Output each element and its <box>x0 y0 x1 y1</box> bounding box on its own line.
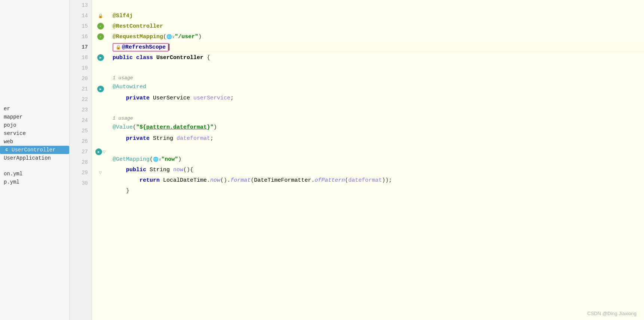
paren-open-16: ( <box>163 34 166 40</box>
sidebar-item-pyml-label: p.yml <box>4 179 19 185</box>
code-line-19 <box>113 63 644 73</box>
semi-21: ; <box>230 95 234 101</box>
code-line-28: return LocalDateTime.now().format(DateTi… <box>113 175 644 185</box>
sidebar-item-userapplication-label: UserApplication <box>4 155 51 161</box>
line-22: 22 <box>82 94 88 105</box>
icon-27: ▶ ▽ <box>92 147 109 157</box>
run-icon-16[interactable]: ✓ <box>97 33 104 40</box>
line-21: 21 <box>82 84 88 94</box>
token-public-27: public <box>126 167 146 173</box>
code-line-25 <box>113 144 644 154</box>
run-icon-27[interactable]: ▶ <box>95 148 102 155</box>
icon-24 <box>92 115 109 126</box>
token-class: class <box>136 55 153 61</box>
code-line-18: public class UserController { <box>113 52 644 63</box>
token-private-21: private <box>126 95 150 101</box>
token-dateformat-ref: dateformat <box>348 177 382 184</box>
paren-close-28: )); <box>382 177 392 184</box>
token-value-annotation: @Value <box>113 124 133 130</box>
run-icon-18[interactable]: ▶ <box>97 54 104 61</box>
icon-18: ▶ <box>92 52 109 63</box>
sidebar-item-service[interactable]: service <box>0 129 69 138</box>
sidebar-item-web-label: web <box>4 139 13 145</box>
parens-28: () <box>220 177 227 184</box>
icon-22 <box>92 94 109 105</box>
code-line-14: @Slf4j <box>113 10 644 21</box>
paren-close-16: ) <box>198 34 202 40</box>
code-line-17: 🔒 @RefreshScope <box>113 42 644 52</box>
sidebar-item-pojo-label: pojo <box>4 122 16 128</box>
paren-close-26: ) <box>178 156 181 163</box>
token-return: return <box>139 177 160 184</box>
globe-icon-16: 🌐 <box>166 34 172 40</box>
icon-25 <box>92 126 109 136</box>
token-now-method: now <box>173 167 183 173</box>
sidebar: er mapper pojo service web C UserControl… <box>0 0 70 320</box>
line-18: 18 <box>82 52 88 63</box>
code-row-20: @Autowired <box>113 81 146 92</box>
paren-open-28b: ( <box>345 177 348 184</box>
cursor-17 <box>169 44 169 50</box>
token-restcontroller: @RestController <box>113 23 163 30</box>
sidebar-item-usercontroller[interactable]: C UserController <box>0 146 69 154</box>
line-25: 25 <box>82 126 88 136</box>
token-ofpattern-call: ofPattern <box>315 177 345 184</box>
class-icon: C <box>4 147 10 153</box>
line-20: 20 <box>82 73 88 84</box>
paren-27: (){ <box>183 167 193 173</box>
code-line-30 <box>113 196 644 206</box>
paren-open-23: ( <box>133 124 136 130</box>
icon-28 <box>92 157 109 167</box>
code-line-21: private UserService userService; <box>113 93 644 103</box>
line-15: 15 <box>82 21 88 31</box>
token-autowired: @Autowired <box>113 84 146 90</box>
sidebar-item-pyml[interactable]: p.yml <box>0 178 69 186</box>
token-datetimeformatter: DateTimeFormatter <box>254 177 311 184</box>
line-13: 13 <box>82 0 88 10</box>
sidebar-item-usercontroller-label: UserController <box>12 147 56 153</box>
code-line-20: 1 usage @Autowired <box>113 73 644 93</box>
code-line-15: @RestController <box>113 21 644 31</box>
brace-open-18: { <box>207 55 210 61</box>
icon-17 <box>92 42 109 52</box>
code-line-26: @GetMapping(🌐∨"now") <box>113 154 644 164</box>
line-29: 29 <box>82 167 88 178</box>
refreshscope-box: 🔒 @RefreshScope <box>113 43 169 52</box>
usage-label-23: 1 usage <box>113 114 133 122</box>
icon-16: ✓ <box>92 31 109 42</box>
icon-29: ▽ <box>92 167 109 178</box>
sidebar-item-onyml[interactable]: on.yml <box>0 170 69 178</box>
sidebar-item-web[interactable]: web <box>0 138 69 146</box>
line-26: 26 <box>82 136 88 147</box>
sidebar-item-service-label: service <box>4 130 26 136</box>
brace-close-29: } <box>126 188 129 194</box>
sidebar-item-er[interactable]: er <box>0 105 69 113</box>
globe-icon-26: 🌐 <box>153 157 159 162</box>
chevron-16: ∨ <box>172 34 175 40</box>
run-icon-15[interactable]: ✓ <box>97 23 104 30</box>
dot-28a: . <box>207 177 210 184</box>
icon-20 <box>92 73 109 84</box>
token-userservice-type: UserService <box>153 95 190 101</box>
sidebar-item-onyml-label: on.yml <box>4 171 22 177</box>
token-string-type: String <box>153 135 173 142</box>
icon-30 <box>92 178 109 188</box>
sidebar-item-er-label: er <box>4 106 10 112</box>
line-27: 27 <box>82 147 88 157</box>
code-line-23: 1 usage @Value("${pattern.dateformat}") <box>113 114 644 133</box>
token-value-string: "${pattern.dateformat}" <box>136 124 214 130</box>
token-requestmapping: @RequestMapping <box>113 34 163 40</box>
watermark: CSDN @Ding Jiaxiong <box>587 311 637 316</box>
line-19: 19 <box>82 63 88 73</box>
run-icon-21[interactable]: ▶ <box>97 86 104 92</box>
icon-19 <box>92 63 109 73</box>
line-number-gutter: 13 14 15 16 17 18 19 20 21 22 23 24 25 2… <box>70 0 92 320</box>
sidebar-item-mapper[interactable]: mapper <box>0 113 69 121</box>
sidebar-item-pojo[interactable]: pojo <box>0 121 69 129</box>
check-15: ✓ <box>99 24 101 28</box>
sidebar-item-userapplication[interactable]: UserApplication <box>0 154 69 162</box>
line-16: 16 <box>82 31 88 42</box>
code-line-16: @RequestMapping(🌐∨"/user") <box>113 31 644 42</box>
code-content[interactable]: @Slf4j @RestController @RequestMapping(🌐… <box>109 0 644 320</box>
check-16: ✓ <box>99 35 101 39</box>
